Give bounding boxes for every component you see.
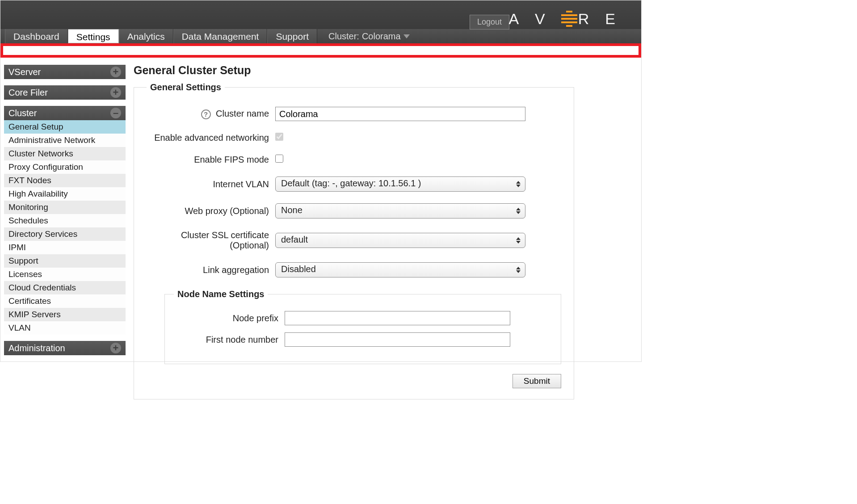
cluster-name-label: Cluster name (216, 109, 269, 118)
sidebar-section-administration[interactable]: Administration + (4, 341, 126, 355)
cluster-dropdown[interactable]: Cluster: Colorama (328, 29, 410, 43)
ssl-cert-label-line2: (Optional) (230, 240, 269, 250)
link-agg-value: Disabled (281, 264, 316, 274)
sidebar-section-label: VServer (8, 67, 41, 77)
node-prefix-input[interactable] (285, 311, 510, 325)
sidebar-item-proxy-configuration[interactable]: Proxy Configuration (4, 160, 126, 174)
plus-icon: + (110, 343, 121, 353)
sidebar-item-cloud-credentials[interactable]: Cloud Credentials (4, 281, 126, 294)
sidebar-cluster-items: General Setup Administrative Network Clu… (4, 120, 126, 335)
web-proxy-select[interactable]: None (275, 203, 525, 218)
brand-e-icon (561, 11, 577, 27)
select-arrows-icon (516, 181, 521, 187)
general-settings-legend: General Settings (147, 82, 225, 92)
main-content: General Cluster Setup General Settings ?… (126, 58, 641, 408)
logout-button[interactable]: Logout (470, 15, 509, 29)
sidebar-item-cluster-networks[interactable]: Cluster Networks (4, 147, 126, 160)
node-name-settings-legend: Node Name Settings (174, 289, 268, 299)
plus-icon: + (110, 87, 121, 98)
top-header: Logout AV RE (0, 0, 641, 29)
enable-adv-net-label: Enable advanced networking (147, 133, 275, 143)
settings-tab-highlight (0, 43, 641, 58)
link-agg-select[interactable]: Disabled (275, 262, 525, 277)
node-prefix-label: Node prefix (174, 313, 285, 323)
sidebar-item-support[interactable]: Support (4, 254, 126, 268)
sidebar-section-label: Core Filer (8, 88, 48, 98)
cluster-name-label: Colorama (362, 31, 401, 42)
sidebar-section-vserver[interactable]: VServer + (4, 65, 126, 79)
enable-fips-label: Enable FIPS mode (147, 155, 275, 165)
first-node-number-input[interactable] (285, 332, 510, 347)
sidebar-section-label: Administration (8, 343, 65, 353)
select-arrows-icon (516, 267, 521, 273)
sidebar-item-fxt-nodes[interactable]: FXT Nodes (4, 174, 126, 187)
tab-dashboard[interactable]: Dashboard (5, 29, 68, 43)
sidebar-item-admin-network[interactable]: Administrative Network (4, 134, 126, 147)
enable-adv-net-checkbox (275, 133, 283, 141)
sidebar-section-cluster[interactable]: Cluster – (4, 106, 126, 120)
cluster-label-prefix: Cluster: (328, 31, 359, 42)
tab-support[interactable]: Support (267, 29, 317, 43)
submit-button[interactable]: Submit (513, 374, 561, 388)
plus-icon: + (110, 67, 121, 77)
page-title: General Cluster Setup (134, 64, 574, 77)
internet-vlan-select[interactable]: Default (tag: -, gateway: 10.1.56.1 ) (275, 176, 525, 192)
main-tabs: Dashboard Settings Analytics Data Manage… (0, 29, 641, 43)
cluster-name-input[interactable] (275, 107, 525, 121)
first-node-number-label: First node number (174, 335, 285, 345)
sidebar-item-vlan[interactable]: VLAN (4, 321, 126, 335)
link-agg-label: Link aggregation (147, 265, 275, 275)
tab-settings[interactable]: Settings (68, 29, 119, 43)
help-icon[interactable]: ? (201, 109, 211, 119)
tab-analytics[interactable]: Analytics (119, 29, 173, 43)
settings-sidebar: VServer + Core Filer + Cluster – General… (0, 58, 126, 355)
sidebar-item-directory-services[interactable]: Directory Services (4, 227, 126, 241)
web-proxy-label: Web proxy (Optional) (147, 206, 275, 216)
sidebar-item-general-setup[interactable]: General Setup (4, 120, 126, 134)
sidebar-item-schedules[interactable]: Schedules (4, 214, 126, 227)
sidebar-section-label: Cluster (8, 108, 37, 118)
sidebar-item-kmip-servers[interactable]: KMIP Servers (4, 308, 126, 321)
enable-fips-checkbox[interactable] (275, 155, 283, 163)
ssl-cert-label-line1: Cluster SSL certificate (181, 230, 269, 240)
ssl-cert-select[interactable]: default (275, 233, 525, 248)
sidebar-item-ipmi[interactable]: IPMI (4, 241, 126, 254)
chevron-down-icon (403, 34, 410, 38)
internet-vlan-value: Default (tag: -, gateway: 10.1.56.1 ) (281, 178, 421, 188)
ssl-cert-value: default (281, 235, 308, 244)
select-arrows-icon (516, 208, 521, 214)
sidebar-item-high-availability[interactable]: High Availability (4, 187, 126, 201)
minus-icon: – (110, 108, 121, 118)
select-arrows-icon (516, 237, 521, 244)
tab-data-management[interactable]: Data Management (173, 29, 268, 43)
brand-logo: AV RE (508, 10, 615, 28)
sidebar-item-monitoring[interactable]: Monitoring (4, 201, 126, 214)
sidebar-item-certificates[interactable]: Certificates (4, 294, 126, 308)
general-settings-fieldset: General Settings ? Cluster name Enable a… (134, 82, 574, 399)
web-proxy-value: None (281, 205, 302, 215)
sidebar-section-core-filer[interactable]: Core Filer + (4, 85, 126, 100)
sidebar-item-licenses[interactable]: Licenses (4, 268, 126, 281)
internet-vlan-label: Internet VLAN (147, 179, 275, 189)
node-name-settings-fieldset: Node Name Settings Node prefix First nod… (164, 289, 561, 364)
